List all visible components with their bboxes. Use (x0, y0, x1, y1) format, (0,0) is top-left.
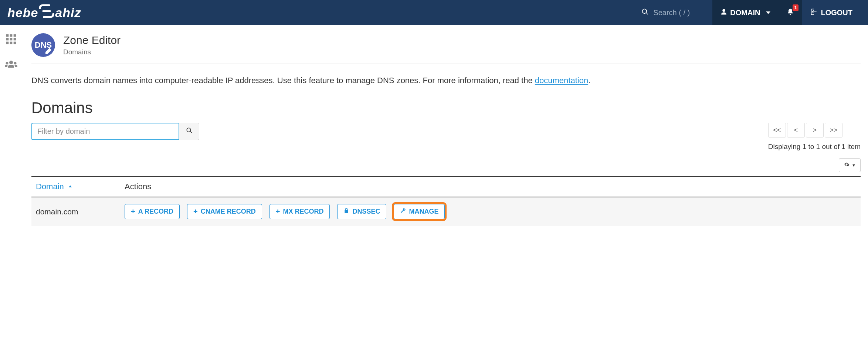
logout-button[interactable]: LOGOUT (802, 0, 861, 25)
dnssec-button[interactable]: DNSSEC (337, 204, 386, 219)
pager-prev[interactable]: < (787, 123, 805, 137)
col-domain[interactable]: Domain (31, 176, 120, 197)
section-heading: Domains (31, 99, 861, 117)
pager-first[interactable]: << (768, 123, 786, 137)
add-cname-record-button[interactable]: + CNAME RECORD (187, 204, 262, 219)
documentation-link[interactable]: documentation (535, 76, 588, 85)
add-a-record-button[interactable]: + A RECORD (125, 204, 180, 219)
zone-editor-icon: DNS (31, 33, 55, 57)
lock-icon (343, 208, 349, 215)
cell-domain: domain.com (31, 197, 120, 226)
search-icon (641, 8, 649, 17)
gear-icon (844, 162, 850, 169)
pager-last[interactable]: >> (825, 123, 842, 137)
svg-point-9 (9, 61, 13, 64)
domain-filter-input[interactable] (31, 123, 179, 140)
page-description: DNS converts domain names into computer-… (31, 74, 861, 86)
svg-point-11 (14, 62, 17, 65)
plus-icon: + (193, 207, 198, 216)
page-subtitle: Domains (63, 48, 121, 56)
page-title: Zone Editor (63, 34, 121, 47)
wrench-icon (400, 208, 406, 215)
domains-table: Domain Actions domain.com + A RECORD (31, 176, 861, 226)
pager-next[interactable]: > (806, 123, 824, 137)
side-nav (0, 25, 22, 72)
search-icon (186, 127, 193, 136)
apps-grid-icon[interactable] (5, 33, 17, 48)
svg-rect-1 (10, 34, 13, 37)
caret-down-icon: ▼ (852, 163, 856, 167)
filter-search-button[interactable] (179, 123, 199, 140)
top-bar: hebe ahiz DOMAIN 1 LOGOUT (0, 0, 868, 25)
user-label: DOMAIN (730, 9, 760, 17)
svg-rect-3 (6, 38, 9, 41)
main-content: DNS Zone Editor Domains DNS converts dom… (28, 25, 868, 241)
display-info: Displaying 1 to 1 out of 1 item (768, 143, 861, 151)
sort-asc-icon (68, 182, 73, 191)
manage-button[interactable]: MANAGE (394, 204, 445, 219)
users-icon[interactable] (4, 59, 18, 72)
col-actions: Actions (120, 176, 861, 197)
notifications-button[interactable]: 1 (779, 0, 802, 25)
chevron-down-icon (766, 11, 770, 14)
logout-icon (810, 8, 818, 17)
svg-rect-4 (10, 38, 13, 41)
plus-icon: + (131, 207, 135, 216)
svg-rect-7 (10, 42, 13, 44)
logout-label: LOGOUT (821, 9, 852, 17)
user-menu[interactable]: DOMAIN (712, 0, 779, 25)
svg-rect-8 (14, 42, 16, 44)
brand-logo-mark (38, 4, 55, 21)
search-input[interactable] (653, 9, 712, 17)
svg-rect-2 (14, 34, 16, 37)
global-search[interactable] (641, 8, 712, 17)
svg-rect-0 (6, 34, 9, 37)
pager: << < > >> (768, 123, 861, 137)
filter-group (31, 123, 199, 140)
brand-logo[interactable]: hebe ahiz (7, 4, 81, 21)
user-icon (720, 9, 727, 17)
add-mx-record-button[interactable]: + MX RECORD (269, 204, 330, 219)
svg-rect-5 (14, 38, 16, 41)
svg-point-10 (6, 62, 9, 65)
table-settings-button[interactable]: ▼ (839, 158, 861, 172)
page-header: DNS Zone Editor Domains (31, 33, 861, 64)
plus-icon: + (276, 207, 280, 216)
cell-actions: + A RECORD + CNAME RECORD + MX RECORD (120, 197, 861, 226)
svg-rect-6 (6, 42, 9, 44)
table-row: domain.com + A RECORD + CNAME RECORD + (31, 197, 861, 226)
notification-badge: 1 (793, 4, 799, 11)
